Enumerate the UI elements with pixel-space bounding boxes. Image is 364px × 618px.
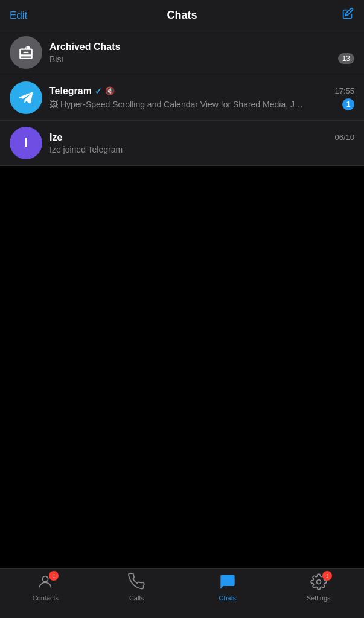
ize-chat-preview: Ize joined Telegram [49, 145, 303, 154]
empty-area [0, 166, 364, 516]
tab-bar: ! Contacts Calls Chats ! Settings [0, 568, 364, 618]
tab-settings[interactable]: ! Settings [273, 573, 364, 602]
ize-chat-name: Ize [49, 132, 62, 143]
tab-contacts[interactable]: ! Contacts [0, 573, 91, 602]
svg-rect-0 [24, 52, 29, 53]
chats-icon-wrapper [219, 573, 236, 593]
svg-point-1 [43, 576, 48, 582]
archived-chat-content: Archived Chats Bisi [49, 42, 354, 64]
chat-item-archived[interactable]: Archived Chats Bisi 13 [0, 30, 364, 75]
avatar-archived [10, 36, 42, 69]
chats-tab-label: Chats [219, 594, 237, 602]
telegram-chat-preview: 🖼 Hyper-Speed Scrolling and Calendar Vie… [49, 100, 303, 109]
chat-item-ize[interactable]: I Ize 06/10 Ize joined Telegram [0, 121, 364, 166]
ize-chat-time: 06/10 [334, 133, 354, 142]
telegram-chat-content: Telegram ✓ 🔇 17:55 🖼 Hyper-Speed Scrolli… [49, 86, 354, 110]
archived-badge: 13 [338, 53, 354, 64]
chat-list: Archived Chats Bisi 13 Telegram ✓ 🔇 17:5… [0, 30, 364, 166]
settings-badge: ! [322, 571, 332, 581]
settings-tab-label: Settings [307, 594, 331, 602]
page-title: Chats [167, 9, 197, 22]
archived-chat-preview: Bisi [49, 54, 303, 64]
muted-icon: 🔇 [105, 86, 115, 95]
telegram-chat-time: 17:55 [334, 86, 354, 95]
tab-chats[interactable]: Chats [182, 573, 273, 602]
chat-item-telegram[interactable]: Telegram ✓ 🔇 17:55 🖼 Hyper-Speed Scrolli… [0, 75, 364, 121]
compose-button[interactable] [341, 7, 354, 24]
settings-icon-wrapper: ! [310, 573, 327, 593]
tab-calls[interactable]: Calls [91, 573, 182, 602]
telegram-chat-name: Telegram ✓ 🔇 [49, 86, 115, 97]
edit-button[interactable]: Edit [10, 10, 27, 22]
calls-icon-wrapper [128, 573, 145, 593]
telegram-badge: 1 [342, 98, 354, 110]
contacts-tab-label: Contacts [33, 594, 59, 602]
header: Edit Chats [0, 0, 364, 30]
contacts-badge: ! [49, 571, 59, 581]
calls-tab-label: Calls [129, 594, 144, 602]
archived-chat-name: Archived Chats [49, 42, 120, 53]
avatar-telegram [10, 81, 42, 114]
verified-icon: ✓ [95, 86, 102, 96]
contacts-icon-wrapper: ! [37, 573, 54, 593]
avatar-ize: I [10, 127, 42, 159]
ize-chat-content: Ize 06/10 Ize joined Telegram [49, 132, 354, 154]
svg-point-2 [316, 580, 321, 584]
